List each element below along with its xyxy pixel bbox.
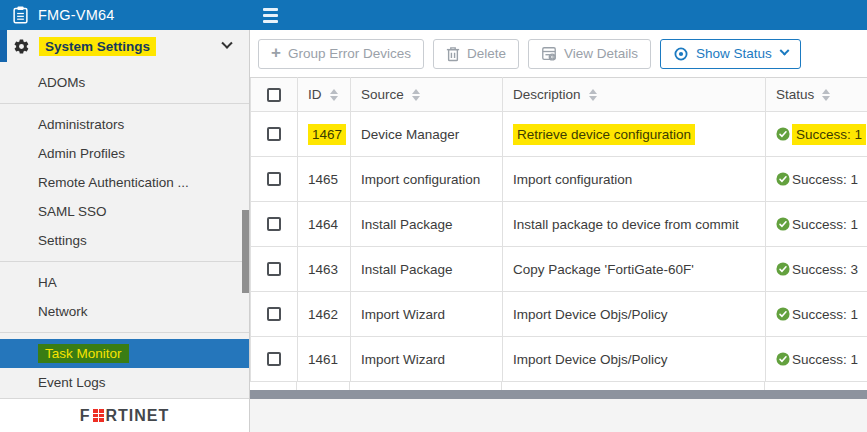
sidebar-group-monitor: Task Monitor Event Logs bbox=[0, 333, 249, 404]
eye-icon bbox=[673, 46, 689, 62]
task-source-cell: Import configuration bbox=[351, 157, 503, 202]
sidebar-group-admin: Administrators Admin Profiles Remote Aut… bbox=[0, 104, 249, 262]
group-error-devices-button[interactable]: + Group Error Devices bbox=[258, 39, 424, 69]
fortinet-logo-dots bbox=[93, 409, 104, 422]
content-background bbox=[250, 399, 867, 432]
trash-icon bbox=[446, 46, 460, 62]
task-description-cell: Install package to device from commit bbox=[503, 202, 766, 247]
task-description-cell: Import Device Objs/Policy bbox=[503, 337, 766, 382]
top-header-bar: FMG-VM64 bbox=[0, 0, 867, 30]
view-details-icon bbox=[541, 46, 557, 62]
task-status-cell: Success: 3 bbox=[766, 247, 867, 292]
table-row[interactable]: 1467 Device Manager Retrieve device conf… bbox=[251, 112, 867, 157]
clipboard-icon bbox=[13, 6, 28, 24]
column-header-status[interactable]: Status bbox=[766, 78, 867, 112]
task-id-cell: 1464 bbox=[298, 202, 351, 247]
success-check-icon bbox=[776, 262, 790, 276]
sort-icon[interactable] bbox=[412, 89, 420, 101]
sort-icon[interactable] bbox=[589, 89, 597, 101]
task-id-cell: 1467 bbox=[298, 112, 351, 157]
partial-row bbox=[250, 382, 867, 390]
row-checkbox[interactable] bbox=[267, 262, 281, 276]
task-description-cell: Import Device Objs/Policy bbox=[503, 292, 766, 337]
row-checkbox[interactable] bbox=[267, 352, 281, 366]
row-checkbox[interactable] bbox=[267, 217, 281, 231]
task-status-cell: Success: 1 bbox=[766, 112, 867, 157]
task-status-cell: Success: 1 bbox=[766, 292, 867, 337]
task-source-cell: Device Manager bbox=[351, 112, 503, 157]
sidebar-group-network: HA Network bbox=[0, 262, 249, 333]
success-check-icon bbox=[776, 352, 790, 366]
select-all-header bbox=[251, 78, 298, 112]
view-details-button[interactable]: View Details bbox=[528, 39, 651, 69]
task-status-cell: Success: 1 bbox=[766, 337, 867, 382]
task-source-cell: Install Package bbox=[351, 247, 503, 292]
task-id-cell: 1461 bbox=[298, 337, 351, 382]
row-checkbox[interactable] bbox=[267, 127, 281, 141]
header-brand: FMG-VM64 bbox=[0, 0, 250, 30]
table-row[interactable]: 1461 Import Wizard Import Device Objs/Po… bbox=[251, 337, 867, 382]
chevron-down-icon bbox=[221, 38, 232, 49]
task-table: ID Source Description Status bbox=[250, 77, 867, 382]
sidebar-group-adoms: ADOMs bbox=[0, 62, 249, 104]
sidebar-item-settings[interactable]: Settings bbox=[0, 226, 249, 255]
gear-icon bbox=[13, 38, 30, 55]
sidebar-item-event-logs[interactable]: Event Logs bbox=[0, 368, 249, 397]
select-all-checkbox[interactable] bbox=[267, 88, 281, 102]
sidebar: System Settings ADOMs Administrators Adm… bbox=[0, 30, 250, 432]
show-status-button[interactable]: Show Status bbox=[660, 39, 801, 69]
sidebar-item-remote-authentication[interactable]: Remote Authentication ... bbox=[0, 168, 249, 197]
task-id-cell: 1465 bbox=[298, 157, 351, 202]
sidebar-root-label: System Settings bbox=[39, 37, 156, 56]
success-check-icon bbox=[776, 217, 790, 231]
column-header-id[interactable]: ID bbox=[298, 78, 351, 112]
task-status-cell: Success: 1 bbox=[766, 202, 867, 247]
success-check-icon bbox=[776, 127, 790, 141]
task-description-cell: Import configuration bbox=[503, 157, 766, 202]
success-check-icon bbox=[776, 307, 790, 321]
column-header-description[interactable]: Description bbox=[503, 78, 766, 112]
sidebar-item-task-monitor[interactable]: Task Monitor bbox=[0, 339, 249, 368]
task-source-cell: Import Wizard bbox=[351, 292, 503, 337]
sidebar-scrollbar[interactable] bbox=[242, 210, 249, 293]
active-section-indicator bbox=[0, 30, 7, 62]
task-description-cell: Retrieve device configuration bbox=[503, 112, 766, 157]
sort-icon[interactable] bbox=[822, 89, 830, 101]
sidebar-item-adoms[interactable]: ADOMs bbox=[0, 68, 249, 97]
table-row[interactable]: 1462 Import Wizard Import Device Objs/Po… bbox=[251, 292, 867, 337]
task-description-cell: Copy Package 'FortiGate-60F' bbox=[503, 247, 766, 292]
task-source-cell: Import Wizard bbox=[351, 337, 503, 382]
sidebar-item-network[interactable]: Network bbox=[0, 297, 249, 326]
sidebar-footer: F RTINET bbox=[0, 398, 249, 432]
horizontal-scrollbar[interactable] bbox=[250, 390, 867, 399]
table-row[interactable]: 1464 Install Package Install package to … bbox=[251, 202, 867, 247]
table-row[interactable]: 1465 Import configuration Import configu… bbox=[251, 157, 867, 202]
table-row[interactable]: 1463 Install Package Copy Package 'Forti… bbox=[251, 247, 867, 292]
chevron-down-icon bbox=[779, 46, 789, 56]
plus-icon: + bbox=[271, 44, 281, 61]
task-source-cell: Install Package bbox=[351, 202, 503, 247]
fortinet-logo: F RTINET bbox=[80, 407, 170, 425]
task-status-cell: Success: 1 bbox=[766, 157, 867, 202]
sort-icon[interactable] bbox=[330, 89, 338, 101]
row-checkbox[interactable] bbox=[267, 172, 281, 186]
device-name-title: FMG-VM64 bbox=[38, 7, 115, 23]
task-monitor-panel: + Group Error Devices Delete bbox=[250, 30, 867, 432]
task-id-cell: 1462 bbox=[298, 292, 351, 337]
row-checkbox[interactable] bbox=[267, 307, 281, 321]
success-check-icon bbox=[776, 172, 790, 186]
column-header-source[interactable]: Source bbox=[351, 78, 503, 112]
fortimanager-window: FMG-VM64 System Settings ADOMs bbox=[0, 0, 867, 432]
menu-icon[interactable] bbox=[263, 8, 278, 23]
table-header-row: ID Source Description Status bbox=[251, 78, 867, 112]
sidebar-item-administrators[interactable]: Administrators bbox=[0, 110, 249, 139]
sidebar-item-admin-profiles[interactable]: Admin Profiles bbox=[0, 139, 249, 168]
sidebar-item-system-settings[interactable]: System Settings bbox=[0, 30, 249, 62]
sidebar-item-saml-sso[interactable]: SAML SSO bbox=[0, 197, 249, 226]
sidebar-item-ha[interactable]: HA bbox=[0, 268, 249, 297]
delete-button[interactable]: Delete bbox=[433, 39, 519, 69]
header-main-area bbox=[250, 0, 867, 30]
task-id-cell: 1463 bbox=[298, 247, 351, 292]
toolbar: + Group Error Devices Delete bbox=[250, 30, 867, 77]
